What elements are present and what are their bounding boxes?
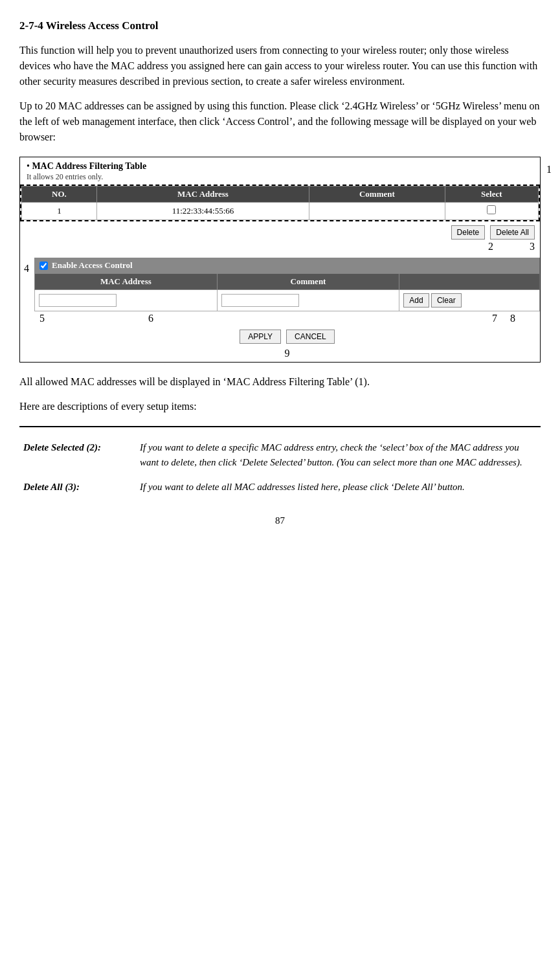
delete-all-button[interactable]: Delete All <box>490 225 535 240</box>
label-8: 8 <box>510 313 515 324</box>
cancel-button[interactable]: CANCEL <box>286 330 335 344</box>
mac-address-input[interactable] <box>39 294 117 307</box>
label-1: 1 <box>546 164 552 175</box>
desc-def-delete-selected: If you want to delete a specific MAC add… <box>136 435 541 475</box>
desc-row-delete-all: Delete All (3): If you want to delete al… <box>19 475 541 500</box>
table-row: 1 11:22:33:44:55:66 <box>22 203 539 220</box>
enable-access-control-label: Enable Access Control <box>52 260 133 271</box>
apply-button[interactable]: APPLY <box>240 330 281 344</box>
descriptions-table: Delete Selected (2): If you want to dele… <box>19 435 541 500</box>
input-col-comment: Comment <box>217 274 399 290</box>
apply-cancel-row: APPLY CANCEL <box>34 326 540 348</box>
paragraph-3: All allowed MAC addresses will be displa… <box>19 374 541 390</box>
input-col-mac: MAC Address <box>35 274 218 290</box>
cell-no: 1 <box>22 203 97 220</box>
cell-select[interactable] <box>445 203 538 220</box>
diagram-header: • MAC Address Filtering Table 1 It allow… <box>20 157 540 185</box>
enable-access-control-row: Enable Access Control <box>34 258 540 273</box>
input-row: Add Clear <box>35 290 540 311</box>
add-clear-cell: Add Clear <box>399 290 540 311</box>
comment-input-cell <box>217 290 399 311</box>
col-select: Select <box>445 186 538 203</box>
divider <box>19 426 541 427</box>
cell-mac: 11:22:33:44:55:66 <box>96 203 309 220</box>
col-mac: MAC Address <box>96 186 309 203</box>
add-button[interactable]: Add <box>403 293 429 308</box>
label-4: 4 <box>24 263 29 274</box>
header-bullet: • <box>27 161 30 171</box>
paragraph-4: Here are descriptions of every setup ite… <box>19 399 541 414</box>
label-9: 9 <box>34 348 540 362</box>
label-7: 7 <box>492 313 497 324</box>
col-comment: Comment <box>309 186 445 203</box>
label-2: 2 <box>488 241 493 252</box>
comment-input[interactable] <box>221 294 299 307</box>
page-title: 2-7-4 Wireless Access Control <box>19 19 541 32</box>
input-col-actions <box>399 274 540 290</box>
input-table: MAC Address Comment Add <box>34 273 540 311</box>
select-checkbox[interactable] <box>487 205 496 214</box>
clear-button[interactable]: Clear <box>431 293 462 308</box>
sub-note: It allows 20 entries only. <box>27 172 103 181</box>
page-number: 87 <box>19 515 541 526</box>
desc-term-delete-all: Delete All (3): <box>19 475 136 500</box>
enable-access-control-checkbox[interactable] <box>39 262 48 270</box>
col-no: NO. <box>22 186 97 203</box>
diagram-container: • MAC Address Filtering Table 1 It allow… <box>19 157 541 363</box>
desc-def-delete-all: If you want to delete all MAC addresses … <box>136 475 541 500</box>
paragraph-2: Up to 20 MAC addresses can be assigned b… <box>19 98 541 145</box>
label-5: 5 <box>39 313 45 324</box>
cell-comment <box>309 203 445 220</box>
desc-row-delete-selected: Delete Selected (2): If you want to dele… <box>19 435 541 475</box>
mac-table: NO. MAC Address Comment Select 1 11:22:3… <box>21 186 539 220</box>
label-6: 6 <box>148 313 153 324</box>
header-title: MAC Address Filtering Table <box>32 161 146 171</box>
paragraph-1: This function will help you to prevent u… <box>19 43 541 89</box>
mac-input-cell <box>35 290 218 311</box>
desc-term-delete-selected: Delete Selected (2): <box>19 435 136 475</box>
mac-address-filtering-table-box: NO. MAC Address Comment Select 1 11:22:3… <box>20 185 540 221</box>
delete-button[interactable]: Delete <box>451 225 486 240</box>
label-3: 3 <box>530 241 535 252</box>
